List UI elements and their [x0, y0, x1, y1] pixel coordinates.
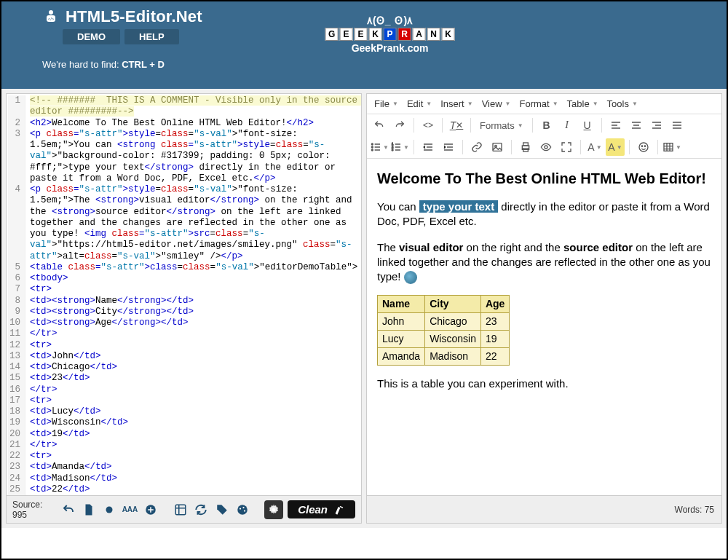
workspace: 1<!-- ####### THIS IS A COMMENT - Visibl… — [1, 89, 727, 528]
menu-edit[interactable]: Edit▼ — [404, 97, 435, 111]
svg-point-3 — [106, 506, 113, 513]
word-count: Words: 75 — [675, 505, 714, 515]
table-icon[interactable]: ▼ — [662, 138, 681, 156]
svg-point-8 — [242, 506, 244, 508]
svg-text:</>: </> — [48, 17, 55, 21]
indent-icon[interactable] — [439, 138, 458, 156]
svg-point-23 — [639, 143, 648, 151]
menu-view[interactable]: View▼ — [479, 97, 514, 111]
menu-tools[interactable]: Tools▼ — [604, 97, 641, 111]
svg-point-9 — [244, 510, 245, 511]
italic-button[interactable]: I — [558, 117, 577, 134]
svg-point-13 — [371, 149, 373, 151]
palette-icon[interactable] — [234, 501, 250, 518]
wysiwyg-heading: Welcome To The Best Online HTML Web Edit… — [377, 169, 711, 189]
underline-button[interactable]: U — [578, 117, 597, 134]
svg-rect-20 — [523, 143, 529, 146]
nav-demo-button[interactable]: DEMO — [63, 29, 120, 44]
undo-icon[interactable] — [60, 501, 76, 518]
wysiwyg-paragraph-1: You can type your text directly in the e… — [377, 200, 711, 229]
bullet-list-icon[interactable]: ▼ — [370, 138, 389, 156]
add-icon[interactable] — [143, 501, 159, 518]
source-bottom-bar: Source: 995 AAA Clean — [7, 495, 361, 523]
clear-format-icon[interactable]: T✕ — [447, 117, 466, 134]
svg-point-11 — [371, 143, 373, 145]
print-icon[interactable] — [516, 138, 535, 156]
source-editor[interactable]: 1<!-- ####### THIS IS A COMMENT - Visibl… — [7, 94, 361, 495]
tag-icon[interactable] — [214, 501, 230, 518]
brand[interactable]: </> HTML5-Editor.Net — [42, 7, 202, 26]
site-header: </> HTML5-Editor.Net DEMO HELP We're har… — [1, 1, 727, 89]
tree-icon[interactable] — [173, 501, 189, 518]
bg-color-icon[interactable]: A▼ — [606, 138, 625, 156]
geekprank-label: GeekPrank.com — [325, 42, 455, 54]
svg-point-12 — [371, 146, 373, 148]
svg-point-22 — [545, 146, 547, 149]
menu-insert[interactable]: Insert▼ — [438, 97, 475, 111]
image-icon[interactable] — [488, 138, 507, 156]
bookmark-hint: We're hard to find: CTRL + D — [42, 59, 202, 70]
fullscreen-icon[interactable] — [557, 138, 576, 156]
geekprank-ad[interactable]: ۸(ʘ_ ʘ)٨ GEEKPRANK GeekPrank.com — [325, 15, 455, 54]
svg-point-25 — [644, 146, 645, 146]
wysiwyg-paragraph-3: This is a table you can experiment with. — [377, 376, 711, 391]
undo-icon[interactable] — [370, 117, 389, 134]
svg-rect-17 — [493, 143, 502, 151]
outdent-icon[interactable] — [419, 138, 438, 156]
svg-rect-5 — [176, 505, 186, 515]
demo-table: NameCityAgeJohnChicago23LucyWisconsin19A… — [377, 295, 510, 366]
brand-title: HTML5-Editor.Net — [66, 7, 202, 26]
source-code-icon[interactable]: <> — [419, 117, 438, 134]
geekprank-face: ۸(ʘ_ ʘ)٨ — [325, 15, 455, 26]
smiley-icon — [404, 271, 417, 284]
visual-pane: File▼Edit▼Insert▼View▼Format▼Table▼Tools… — [366, 93, 722, 524]
brand-icon: </> — [42, 8, 60, 25]
svg-point-0 — [49, 10, 53, 15]
source-count-label: Source: 995 — [12, 500, 56, 520]
align-right-icon[interactable] — [647, 117, 666, 134]
number-list-icon[interactable]: 123▼ — [390, 138, 409, 156]
align-left-icon[interactable] — [606, 117, 625, 134]
visual-editor[interactable]: Welcome To The Best Online HTML Web Edit… — [367, 159, 721, 495]
align-justify-icon[interactable] — [668, 117, 687, 134]
menu-format[interactable]: Format▼ — [517, 97, 561, 111]
nav-help-button[interactable]: HELP — [124, 29, 179, 44]
svg-point-6 — [237, 505, 248, 515]
source-pane: 1<!-- ####### THIS IS A COMMENT - Visibl… — [6, 93, 362, 524]
geekprank-boxes: GEEKPRANK — [325, 28, 455, 41]
svg-rect-26 — [664, 143, 673, 151]
formats-dropdown[interactable]: Formats▼ — [475, 119, 528, 133]
clean-button[interactable]: Clean — [288, 500, 355, 518]
menu-file[interactable]: File▼ — [371, 97, 401, 111]
font-size-icon[interactable]: AAA — [122, 501, 138, 518]
highlight-text: type your text — [419, 200, 498, 213]
menu-bar: File▼Edit▼Insert▼View▼Format▼Table▼Tools… — [367, 94, 721, 114]
align-center-icon[interactable] — [627, 117, 646, 134]
wysiwyg-paragraph-2: The visual editor on the right and the s… — [377, 240, 711, 285]
compress-icon[interactable] — [101, 501, 117, 518]
visual-toolbar: <> T✕ Formats▼ B I U ▼ 123▼ — [367, 114, 721, 159]
visual-bottom-bar: Words: 75 — [367, 495, 721, 523]
bold-button[interactable]: B — [537, 117, 556, 134]
svg-point-7 — [240, 508, 241, 509]
refresh-icon[interactable] — [193, 501, 209, 518]
new-doc-icon[interactable] — [81, 501, 97, 518]
gear-icon[interactable] — [264, 500, 283, 519]
svg-point-24 — [641, 146, 642, 146]
link-icon[interactable] — [467, 138, 486, 156]
menu-table[interactable]: Table▼ — [564, 97, 601, 111]
text-color-icon[interactable]: A▼ — [585, 138, 604, 156]
preview-icon[interactable] — [537, 138, 555, 156]
redo-icon[interactable] — [390, 117, 409, 134]
svg-text:3: 3 — [392, 148, 394, 151]
emoji-icon[interactable] — [634, 138, 653, 156]
